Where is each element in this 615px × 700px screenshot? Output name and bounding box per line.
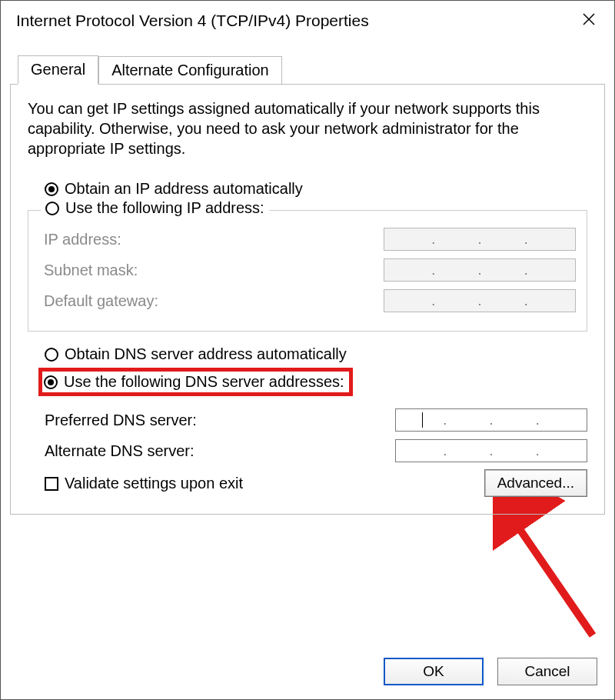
- radio-selected-icon: [45, 182, 58, 196]
- radio-obtain-ip-auto[interactable]: Obtain an IP address automatically: [45, 180, 587, 198]
- ip-address-label: IP address:: [44, 231, 121, 248]
- radio-use-following-ip-label[interactable]: Use the following IP address:: [65, 199, 264, 217]
- annotation-highlight-box: Use the following DNS server addresses:: [38, 368, 353, 396]
- radio-obtain-dns-auto[interactable]: Obtain DNS server address automatically: [45, 345, 587, 363]
- preferred-dns-input[interactable]: . . .: [395, 408, 587, 432]
- description-text: You can get IP settings assigned automat…: [28, 98, 587, 158]
- dialog-title: Internet Protocol Version 4 (TCP/IPv4) P…: [16, 12, 369, 30]
- cancel-button[interactable]: Cancel: [497, 658, 597, 685]
- dns-section: Obtain DNS server address automatically …: [28, 345, 587, 462]
- ok-button[interactable]: OK: [384, 658, 484, 685]
- preferred-dns-label: Preferred DNS server:: [45, 412, 197, 429]
- tab-alternate-configuration[interactable]: Alternate Configuration: [98, 56, 282, 85]
- radio-unselected-icon[interactable]: [45, 202, 59, 215]
- radio-unselected-icon: [45, 348, 58, 362]
- ip-address-input: . . .: [384, 228, 576, 251]
- alternate-dns-input[interactable]: . . .: [395, 439, 587, 462]
- dialog-titlebar: Internet Protocol Version 4 (TCP/IPv4) P…: [1, 1, 614, 39]
- advanced-button[interactable]: Advanced...: [484, 469, 587, 497]
- subnet-mask-label: Subnet mask:: [44, 262, 138, 279]
- svg-line-1: [508, 512, 593, 635]
- radio-selected-icon[interactable]: [44, 375, 58, 389]
- radio-use-following-dns-label[interactable]: Use the following DNS server addresses:: [64, 373, 344, 391]
- tabstrip: General Alternate Configuration: [18, 55, 605, 84]
- validate-settings-label: Validate settings upon exit: [65, 475, 243, 492]
- checkbox-unchecked-icon: [45, 477, 58, 491]
- default-gateway-label: Default gateway:: [44, 292, 158, 310]
- tab-panel-general: You can get IP settings assigned automat…: [10, 84, 605, 515]
- subnet-mask-input: . . .: [384, 258, 576, 282]
- dialog-footer: OK Cancel: [384, 658, 597, 685]
- alternate-dns-label: Alternate DNS server:: [45, 442, 194, 460]
- ipv4-properties-dialog: Internet Protocol Version 4 (TCP/IPv4) P…: [0, 0, 615, 700]
- tab-general[interactable]: General: [18, 55, 98, 85]
- annotation-arrow-icon: [493, 497, 608, 651]
- close-icon[interactable]: [576, 9, 602, 32]
- radio-label: Obtain an IP address automatically: [65, 180, 303, 198]
- ip-fieldset: Use the following IP address: IP address…: [28, 210, 587, 332]
- default-gateway-input: . . .: [384, 289, 576, 312]
- radio-label: Obtain DNS server address automatically: [65, 345, 347, 363]
